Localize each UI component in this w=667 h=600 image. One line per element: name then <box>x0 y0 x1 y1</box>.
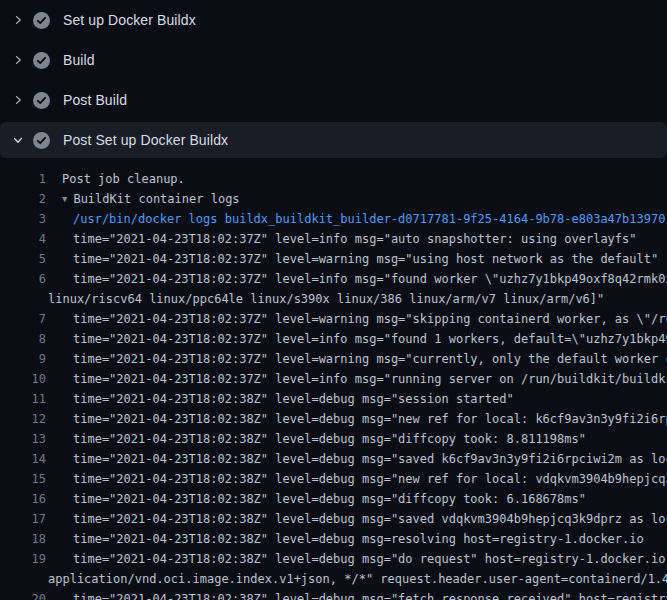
line-number[interactable]: 12 <box>0 409 46 429</box>
line-number[interactable]: 11 <box>0 389 46 409</box>
log-row: 19time="2021-04-23T18:02:38Z" level=debu… <box>0 549 667 569</box>
log-row: 12time="2021-04-23T18:02:38Z" level=debu… <box>0 409 667 429</box>
step-list: Set up Docker Buildx Build Post Build <box>0 0 667 158</box>
chevron-down-icon <box>10 132 26 148</box>
line-number[interactable]: 5 <box>0 249 46 269</box>
line-number[interactable]: 4 <box>0 229 46 249</box>
line-number[interactable]: 1 <box>0 169 46 189</box>
line-number[interactable]: 13 <box>0 429 46 449</box>
log-line-text: time="2021-04-23T18:02:38Z" level=debug … <box>73 589 667 600</box>
log-line-text: time="2021-04-23T18:02:38Z" level=debug … <box>73 409 667 429</box>
log-row: linux/riscv64 linux/ppc64le linux/s390x … <box>0 289 667 309</box>
log-line-text: time="2021-04-23T18:02:38Z" level=debug … <box>73 389 514 409</box>
line-number[interactable]: 10 <box>0 369 46 389</box>
log-line-text: time="2021-04-23T18:02:37Z" level=warnin… <box>73 249 658 269</box>
line-number[interactable]: 20 <box>0 589 46 600</box>
line-number <box>0 289 46 309</box>
triangle-down-icon[interactable]: ▼ <box>62 189 67 209</box>
step-row-post-setup-docker-buildx[interactable]: Post Set up Docker Buildx <box>0 122 667 158</box>
log-row: application/vnd.oci.image.index.v1+json,… <box>0 569 667 589</box>
line-number[interactable]: 2 <box>0 189 46 209</box>
log-row: 6time="2021-04-23T18:02:37Z" level=info … <box>0 269 667 289</box>
log-row: 4time="2021-04-23T18:02:37Z" level=info … <box>0 229 667 249</box>
log-row: 20time="2021-04-23T18:02:38Z" level=debu… <box>0 589 667 600</box>
log-row: 13time="2021-04-23T18:02:38Z" level=debu… <box>0 429 667 449</box>
line-number[interactable]: 16 <box>0 489 46 509</box>
line-number[interactable]: 9 <box>0 349 46 369</box>
line-number[interactable]: 14 <box>0 449 46 469</box>
log-row: 9time="2021-04-23T18:02:37Z" level=warni… <box>0 349 667 369</box>
log-row: 17time="2021-04-23T18:02:38Z" level=debu… <box>0 509 667 529</box>
chevron-right-icon <box>10 12 26 28</box>
log-line-text: time="2021-04-23T18:02:37Z" level=warnin… <box>73 309 667 329</box>
log-row: 7time="2021-04-23T18:02:37Z" level=warni… <box>0 309 667 329</box>
log-row: 15time="2021-04-23T18:02:38Z" level=debu… <box>0 469 667 489</box>
log-line-text: time="2021-04-23T18:02:38Z" level=debug … <box>73 549 667 569</box>
step-label: Post Set up Docker Buildx <box>63 132 228 148</box>
log-row: 8time="2021-04-23T18:02:37Z" level=info … <box>0 329 667 349</box>
log-row: 16time="2021-04-23T18:02:38Z" level=debu… <box>0 489 667 509</box>
success-check-icon <box>33 92 50 109</box>
log-line-text: time="2021-04-23T18:02:38Z" level=debug … <box>73 489 586 509</box>
step-label: Build <box>63 52 95 68</box>
log-row: 3/usr/bin/docker logs buildx_buildkit_bu… <box>0 209 667 229</box>
line-number[interactable]: 18 <box>0 529 46 549</box>
log-row: 1Post job cleanup. <box>0 169 667 189</box>
log-line-text: time="2021-04-23T18:02:37Z" level=warnin… <box>73 349 667 369</box>
line-number[interactable]: 17 <box>0 509 46 529</box>
log-line-text: application/vnd.oci.image.index.v1+json,… <box>48 569 667 589</box>
step-label: Set up Docker Buildx <box>63 12 196 28</box>
success-check-icon <box>33 132 50 149</box>
line-number[interactable]: 7 <box>0 309 46 329</box>
log-row: 18time="2021-04-23T18:02:38Z" level=debu… <box>0 529 667 549</box>
line-number <box>0 569 46 589</box>
step-row-build[interactable]: Build <box>0 40 667 80</box>
log-command-text: /usr/bin/docker logs buildx_buildkit_bui… <box>73 209 665 229</box>
log-line-text: Post job cleanup. <box>62 169 185 189</box>
success-check-icon <box>33 52 50 69</box>
log-line-text[interactable]: ▼BuildKit container logs <box>62 189 240 209</box>
step-row-post-build[interactable]: Post Build <box>0 80 667 120</box>
line-number[interactable]: 3 <box>0 209 46 229</box>
group-title[interactable]: BuildKit container logs <box>73 192 239 206</box>
log-line-text: time="2021-04-23T18:02:38Z" level=debug … <box>73 529 644 549</box>
line-number[interactable]: 6 <box>0 269 46 289</box>
log-line-text: time="2021-04-23T18:02:37Z" level=info m… <box>73 329 667 349</box>
step-row-setup-docker-buildx[interactable]: Set up Docker Buildx <box>0 0 667 40</box>
log-row: 10time="2021-04-23T18:02:37Z" level=info… <box>0 369 667 389</box>
log-line-text: time="2021-04-23T18:02:38Z" level=debug … <box>73 429 586 449</box>
success-check-icon <box>33 12 50 29</box>
log-row: 11time="2021-04-23T18:02:38Z" level=debu… <box>0 389 667 409</box>
line-number[interactable]: 8 <box>0 329 46 349</box>
actions-log-viewer: Set up Docker Buildx Build Post Build <box>0 0 667 600</box>
log-row: 14time="2021-04-23T18:02:38Z" level=debu… <box>0 449 667 469</box>
chevron-right-icon <box>10 52 26 68</box>
log-row: 5time="2021-04-23T18:02:37Z" level=warni… <box>0 249 667 269</box>
log-row: 2▼BuildKit container logs <box>0 189 667 209</box>
log-line-text: time="2021-04-23T18:02:37Z" level=info m… <box>73 369 667 389</box>
line-number[interactable]: 15 <box>0 469 46 489</box>
log-line-text: time="2021-04-23T18:02:38Z" level=debug … <box>73 509 667 529</box>
log-output: 1Post job cleanup.2▼BuildKit container l… <box>0 158 667 600</box>
log-line-text: time="2021-04-23T18:02:38Z" level=debug … <box>73 469 667 489</box>
chevron-right-icon <box>10 92 26 108</box>
step-label: Post Build <box>63 92 127 108</box>
log-line-text: linux/riscv64 linux/ppc64le linux/s390x … <box>48 289 604 309</box>
log-line-text: time="2021-04-23T18:02:37Z" level=info m… <box>73 269 667 289</box>
log-line-text: time="2021-04-23T18:02:38Z" level=debug … <box>73 449 667 469</box>
log-line-text: time="2021-04-23T18:02:37Z" level=info m… <box>73 229 637 249</box>
line-number[interactable]: 19 <box>0 549 46 569</box>
